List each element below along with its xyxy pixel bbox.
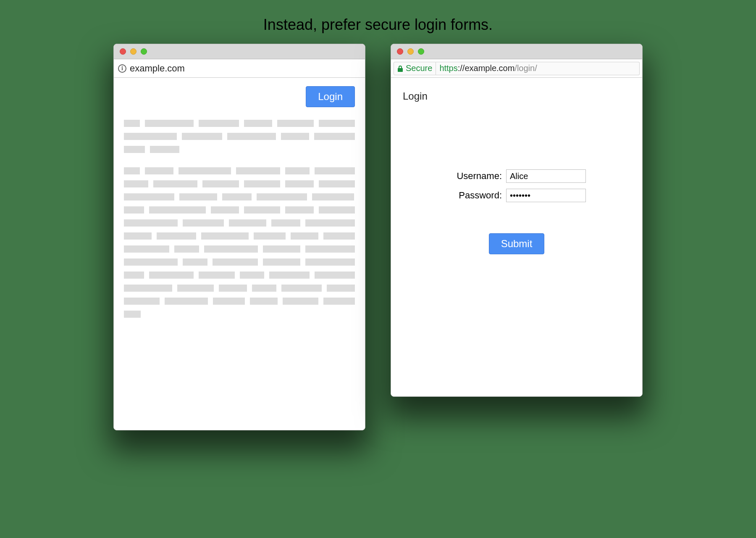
titlebar	[391, 44, 642, 59]
login-form: Username: Password: Submit	[401, 169, 632, 254]
secure-browser-window: Secure https://example.com/login/ Login …	[391, 44, 643, 397]
address-url: example.com	[130, 63, 185, 74]
url-path: /login/	[514, 63, 537, 73]
page-content: Login Username: Password: Submit	[391, 78, 642, 396]
page-content: Login	[114, 78, 365, 430]
secure-chip[interactable]: Secure	[394, 62, 436, 75]
username-input[interactable]	[506, 169, 586, 183]
lock-icon	[397, 65, 403, 72]
placeholder-paragraph	[124, 120, 355, 153]
windows-row: i example.com Login	[113, 44, 643, 430]
close-icon[interactable]	[397, 48, 403, 55]
secure-label: Secure	[406, 63, 432, 73]
minimize-icon[interactable]	[407, 48, 414, 55]
login-heading: Login	[403, 90, 630, 102]
close-icon[interactable]	[120, 48, 126, 55]
login-button[interactable]: Login	[306, 86, 355, 107]
url-host: ://example.com	[458, 63, 515, 73]
url-box[interactable]: https://example.com/login/	[436, 62, 640, 75]
maximize-icon[interactable]	[418, 48, 424, 55]
placeholder-paragraph	[124, 167, 355, 318]
password-input[interactable]	[506, 189, 586, 202]
caption-text: Instead, prefer secure login forms.	[263, 16, 493, 34]
submit-button[interactable]: Submit	[489, 233, 545, 254]
address-bar[interactable]: i example.com	[114, 59, 365, 78]
password-row: Password:	[447, 189, 586, 202]
url-scheme: https	[439, 63, 457, 73]
insecure-browser-window: i example.com Login	[113, 44, 365, 430]
username-label: Username:	[447, 171, 502, 182]
minimize-icon[interactable]	[130, 48, 136, 55]
password-label: Password:	[447, 190, 502, 201]
address-bar[interactable]: Secure https://example.com/login/	[391, 59, 642, 78]
info-icon[interactable]: i	[118, 64, 126, 73]
titlebar	[114, 44, 365, 59]
maximize-icon[interactable]	[141, 48, 147, 55]
username-row: Username:	[447, 169, 586, 183]
